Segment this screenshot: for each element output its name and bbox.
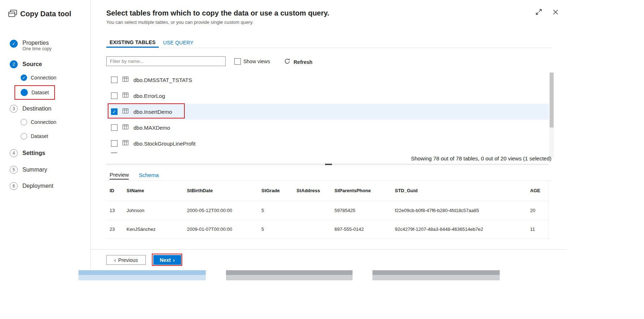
table-row[interactable]: dbo.DMSSTAT_TSTATS (106, 72, 549, 88)
cell: 11 (527, 220, 548, 238)
refresh-icon (284, 58, 290, 66)
show-views-checkbox[interactable] (234, 58, 241, 65)
step-settings-number: 4 (10, 149, 18, 157)
table-icon (122, 139, 129, 148)
partial-row-indicator (111, 152, 117, 153)
tabs-divider (106, 48, 552, 48)
step-settings[interactable]: 4 Settings (10, 149, 45, 157)
step-destination[interactable]: 3 Destination (10, 105, 51, 113)
substep-destination-dataset[interactable]: Dataset (21, 133, 48, 139)
cell (293, 201, 331, 220)
show-views-toggle[interactable]: Show views (234, 58, 270, 65)
background-strip-blue (78, 270, 206, 280)
cell: 697-555-0142 (331, 220, 392, 238)
tab-existing-tables[interactable]: EXISTING TABLES (106, 38, 159, 48)
cell: KenJSánchez (123, 220, 184, 238)
table-row[interactable]: dbo.MAXDemo (106, 120, 549, 135)
preview-table: ID StName StBirthDate StGrade StAddress … (106, 181, 548, 239)
next-button-label: Next (160, 257, 171, 263)
step-properties-check-icon: ✓ (10, 40, 18, 48)
substep-source-connection-label: Connection (31, 75, 56, 81)
step-settings-label: Settings (22, 150, 45, 156)
dialog-title: Select tables from which to copy the dat… (106, 9, 329, 17)
copy-data-tool-window: Copy Data tool ✓ Properties One time cop… (0, 0, 644, 319)
chevron-right-icon: › (173, 257, 175, 263)
scrollbar-thumb[interactable] (550, 73, 554, 128)
copy-data-tool-icon (8, 9, 17, 18)
step-source-label: Source (22, 61, 42, 68)
substep-destination-connection-label: Connection (31, 119, 56, 125)
checkbox[interactable] (111, 124, 118, 131)
cell: f22e09cb-b0f8-47f6-b280-4fd18c57aa85 (392, 201, 527, 220)
tab-schema[interactable]: Schema (139, 170, 159, 180)
dialog-subtitle: You can select multiple tables, or you c… (106, 20, 253, 25)
step-deployment-number: 6 (10, 182, 18, 190)
substep-source-connection-check-icon: ✓ (21, 74, 27, 81)
table-row[interactable]: dbo.StockGroupLineProfit (106, 135, 549, 151)
step-properties[interactable]: ✓ Properties One time copy (10, 40, 52, 51)
background-strip-gray (226, 270, 353, 280)
checkbox[interactable] (111, 92, 118, 99)
step-destination-label: Destination (22, 105, 51, 112)
background-strip-gray (372, 270, 500, 280)
substep-source-dataset-dot (21, 89, 28, 96)
column-header: ID (106, 181, 123, 201)
cell: 5 (258, 220, 293, 238)
step-deployment[interactable]: 6 Deployment (10, 182, 53, 190)
tab-preview[interactable]: Preview (110, 170, 129, 180)
expand-icon[interactable] (534, 8, 543, 16)
table-name: dbo.InsertDemo (133, 109, 172, 115)
next-button[interactable]: Next › (153, 255, 181, 265)
table-row[interactable]: dbo.ErrorLog (106, 88, 549, 104)
preview-data-row: 13 Johnson 2000-05-12T00:00:00 5 5978542… (106, 201, 548, 220)
cell: 59785425 (331, 201, 392, 220)
table-name: dbo.DMSSTAT_TSTATS (133, 77, 192, 83)
column-header: StParentsPhone (331, 181, 392, 201)
previous-button-label: Previous (118, 257, 138, 263)
cell: 13 (106, 201, 123, 220)
substep-destination-connection-dot (21, 119, 27, 125)
checkbox[interactable] (111, 140, 118, 147)
preview-header-row: ID StName StBirthDate StGrade StAddress … (106, 181, 548, 201)
sidebar-divider (90, 0, 91, 269)
step-source-number: 2 (10, 60, 18, 68)
chevron-left-icon: ‹ (114, 257, 116, 263)
footer-divider (91, 249, 567, 250)
previous-button[interactable]: ‹ Previous (106, 255, 146, 265)
list-vertical-scrollbar[interactable] (549, 72, 554, 158)
table-name: dbo.ErrorLog (133, 93, 165, 99)
substep-destination-dataset-dot (21, 133, 27, 139)
cell: 2009-01-07T00:00:00 (184, 220, 258, 238)
step-source[interactable]: 2 Source (10, 60, 42, 68)
substep-source-dataset[interactable]: Dataset (21, 89, 49, 96)
table-icon (122, 107, 129, 116)
cell: Johnson (123, 201, 184, 220)
refresh-button[interactable]: Refresh (284, 58, 312, 66)
column-header: AGE (527, 181, 548, 201)
step-deployment-label: Deployment (22, 183, 53, 189)
cell (293, 220, 331, 238)
step-summary-label: Summary (22, 167, 47, 173)
column-header: StAddress (293, 181, 331, 201)
column-header: StGrade (258, 181, 293, 201)
column-header: StName (123, 181, 184, 201)
checkbox[interactable] (111, 77, 118, 83)
step-summary[interactable]: 5 Summary (10, 166, 47, 174)
checkbox-checked[interactable]: ✓ (111, 108, 118, 115)
tab-use-query[interactable]: USE QUERY (163, 38, 193, 48)
cell: 20 (527, 201, 548, 220)
close-icon[interactable] (551, 8, 560, 16)
substep-source-connection[interactable]: ✓ Connection (21, 74, 56, 81)
column-header: StBirthDate (184, 181, 258, 201)
cell: 5 (258, 201, 293, 220)
table-icon (122, 123, 129, 132)
substep-destination-dataset-label: Dataset (31, 133, 48, 139)
substep-destination-connection[interactable]: Connection (21, 119, 56, 125)
table-count-status: Showing 78 out of 78 tables, 0 out of 20… (411, 155, 551, 161)
cell: 23 (106, 220, 123, 238)
table-row-selected[interactable]: ✓ dbo.InsertDemo (106, 104, 549, 120)
scrollbar-thumb[interactable] (325, 164, 332, 165)
table-icon (122, 76, 129, 84)
filter-input[interactable] (106, 56, 226, 66)
show-views-label: Show views (243, 59, 270, 64)
